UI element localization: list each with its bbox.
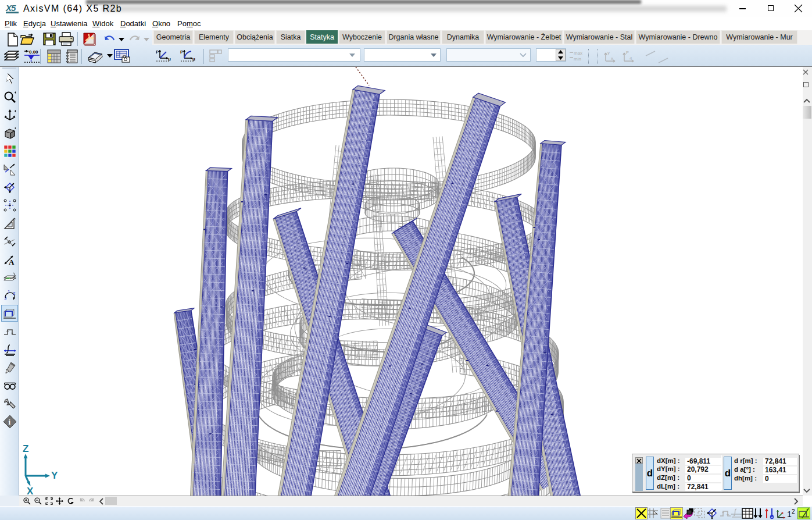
svg-text:P: P (180, 49, 184, 55)
svg-text:2: 2 (13, 291, 16, 296)
svg-text:x: x (611, 56, 613, 61)
svg-text:X: X (27, 486, 34, 496)
svg-text:Z: Z (23, 443, 28, 454)
svg-text:P: P (156, 49, 159, 55)
svg-text:3: 3 (4, 295, 7, 301)
svg-text:y: y (607, 50, 610, 55)
svg-text:F: F (626, 50, 629, 55)
svg-text:0.00: 0.00 (29, 49, 38, 55)
svg-text:min: min (574, 56, 581, 62)
svg-text:i: i (9, 418, 11, 426)
svg-text:1: 1 (8, 289, 10, 294)
svg-text:A: A (9, 258, 15, 266)
svg-text:1: 1 (787, 510, 792, 519)
svg-text:max: max (574, 51, 582, 56)
svg-text:4: 4 (629, 56, 632, 61)
svg-text:2: 2 (792, 508, 795, 515)
svg-text:Y: Y (51, 470, 58, 481)
